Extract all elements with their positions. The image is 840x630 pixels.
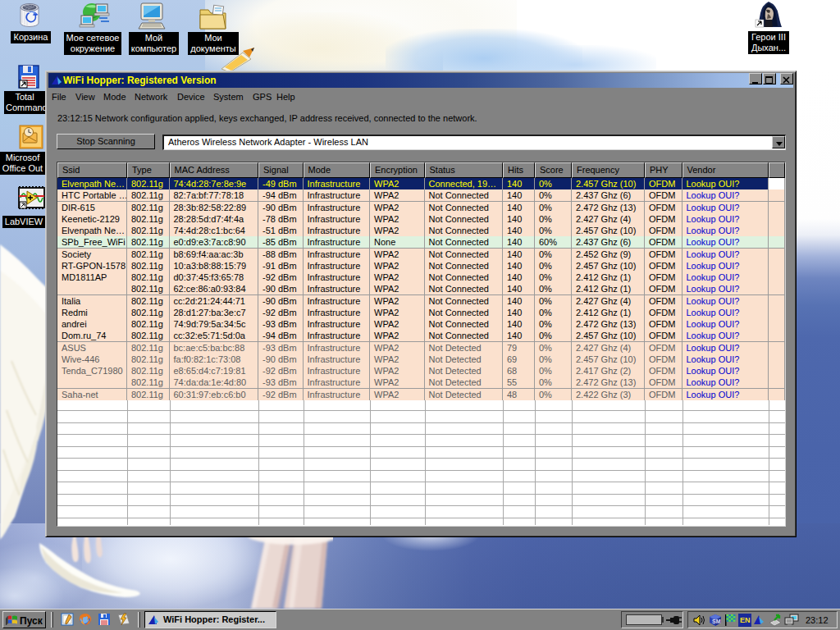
svg-text:SM: SM xyxy=(712,619,721,624)
